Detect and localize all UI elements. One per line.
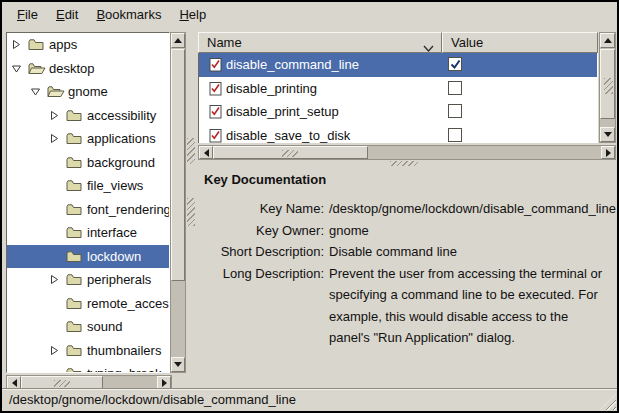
tree-item-gnome[interactable]: gnome: [7, 80, 169, 104]
key-icon: [209, 104, 226, 119]
open-folder-icon: [28, 62, 47, 75]
doc-field: Key Owner:gnome: [198, 220, 617, 242]
tree-item-thumbnailers[interactable]: thumbnailers: [7, 339, 169, 363]
tree-item-desktop[interactable]: desktop: [7, 57, 169, 81]
arrow-left-icon: [204, 149, 209, 157]
key-row-disable_print_setup[interactable]: disable_print_setup: [199, 100, 597, 124]
tree-item-lockdown[interactable]: lockdown: [7, 245, 169, 269]
closed-folder-icon: [66, 226, 85, 239]
tree-vscroll-thumb[interactable]: [171, 49, 185, 281]
expander-collapsed-icon[interactable]: [49, 274, 66, 285]
expander-expanded-icon[interactable]: [11, 63, 28, 74]
tree-item-label: desktop: [47, 61, 95, 76]
tree-item-label: background: [85, 155, 155, 170]
scroll-down-button[interactable]: [171, 357, 185, 372]
resize-grip-icon[interactable]: [600, 394, 616, 410]
open-folder-icon: [47, 85, 66, 98]
tree-item-label: file_views: [85, 178, 143, 193]
doc-field-label: Short Description:: [198, 241, 324, 263]
tree-item-label: typing_break: [85, 366, 161, 373]
scroll-up-button[interactable]: [600, 33, 615, 48]
closed-folder-icon: [66, 297, 85, 310]
horizontal-paned-handle[interactable]: [198, 160, 617, 167]
paned-grip: [187, 198, 195, 226]
menu-item-file[interactable]: File: [8, 2, 47, 28]
menu-item-bookmarks[interactable]: Bookmarks: [87, 2, 170, 28]
value-checkbox-unchecked[interactable]: [448, 128, 462, 142]
doc-field-label: Key Owner:: [198, 220, 324, 242]
statusbar: /desktop/gnome/lockdown/disable_command_…: [2, 388, 617, 411]
thumb-grip: [604, 78, 613, 94]
value-checkbox-unchecked[interactable]: [448, 104, 462, 118]
expander-collapsed-icon[interactable]: [11, 39, 28, 50]
column-header-name[interactable]: Name: [198, 32, 442, 53]
menubar: FileEditBookmarksHelp: [2, 2, 617, 29]
tree-item-accessibility[interactable]: accessibility: [7, 104, 169, 128]
tree-item-sound[interactable]: sound: [7, 315, 169, 339]
arrow-left-icon: [12, 379, 17, 387]
list-vscroll-thumb[interactable]: [600, 49, 615, 119]
tree-item-label: lockdown: [85, 249, 141, 264]
key-name-label: disable_save_to_disk: [226, 128, 350, 143]
value-checkbox-unchecked[interactable]: [448, 81, 462, 95]
scroll-up-button[interactable]: [171, 33, 185, 48]
tree-item-apps[interactable]: apps: [7, 33, 169, 57]
value-checkbox-checked[interactable]: [448, 57, 462, 71]
list-vertical-scrollbar[interactable]: [599, 32, 616, 143]
key-list: disable_command_linedisable_printingdisa…: [198, 53, 598, 143]
tree-item-label: remote_access: [85, 296, 170, 311]
doc-field-value: gnome: [329, 220, 369, 242]
doc-title: Key Documentation: [198, 167, 617, 187]
tree-item-background[interactable]: background: [7, 151, 169, 175]
scroll-right-button[interactable]: [601, 146, 615, 159]
tree-item-label: thumbnailers: [85, 343, 161, 358]
tree-item-interface[interactable]: interface: [7, 221, 169, 245]
key-row-disable_printing[interactable]: disable_printing: [199, 77, 597, 101]
menu-item-help[interactable]: Help: [170, 2, 215, 28]
closed-folder-icon: [66, 344, 85, 357]
column-header-label: Name: [207, 35, 242, 50]
key-icon: [209, 128, 226, 143]
key-row-disable_save_to_disk[interactable]: disable_save_to_disk: [199, 124, 597, 144]
closed-folder-icon: [66, 203, 85, 216]
expander-collapsed-icon[interactable]: [49, 345, 66, 356]
arrow-right-icon: [162, 379, 167, 387]
expander-collapsed-icon[interactable]: [49, 133, 66, 144]
closed-folder-icon: [66, 250, 85, 263]
tree-item-label: gnome: [66, 84, 108, 99]
arrow-down-icon: [604, 132, 612, 137]
doc-field: Long Description:Prevent the user from a…: [198, 263, 617, 349]
tree-item-peripherals[interactable]: peripherals: [7, 268, 169, 292]
scroll-down-button[interactable]: [600, 127, 615, 142]
tree-vertical-scrollbar[interactable]: [170, 32, 186, 373]
thumb-grip: [54, 380, 70, 387]
key-icon: [209, 57, 226, 72]
key-row-disable_command_line[interactable]: disable_command_line: [199, 53, 597, 77]
menu-item-edit[interactable]: Edit: [47, 2, 87, 28]
expander-expanded-icon[interactable]: [30, 86, 47, 97]
vertical-paned-handle[interactable]: [186, 32, 198, 390]
tree-item-applications[interactable]: applications: [7, 127, 169, 151]
scroll-left-button[interactable]: [199, 146, 213, 159]
folder-tree: appsdesktopgnomeaccessibilityapplication…: [6, 32, 170, 373]
tree-item-typing_break[interactable]: typing_break: [7, 362, 169, 373]
tree-item-label: interface: [85, 225, 137, 240]
tree-item-file_views[interactable]: file_views: [7, 174, 169, 198]
doc-field-label: Long Description:: [198, 263, 324, 349]
tree-item-font_rendering[interactable]: font_rendering: [7, 198, 169, 222]
closed-folder-icon: [66, 273, 85, 286]
arrow-down-icon: [174, 362, 182, 367]
column-header-value[interactable]: Value: [442, 32, 598, 53]
tree-item-remote_access[interactable]: remote_access: [7, 292, 169, 316]
doc-field-value: /desktop/gnome/lockdown/disable_command_…: [329, 198, 616, 220]
tree-item-label: font_rendering: [85, 202, 170, 217]
statusbar-text: /desktop/gnome/lockdown/disable_command_…: [9, 392, 296, 407]
arrow-right-icon: [606, 149, 611, 157]
doc-field-value: Disable command line: [329, 241, 457, 263]
paned-grip: [187, 138, 195, 164]
list-horizontal-scrollbar[interactable]: [198, 145, 616, 160]
list-hscroll-thumb[interactable]: [213, 146, 368, 159]
key-name-label: disable_print_setup: [226, 104, 339, 119]
closed-folder-icon: [66, 367, 85, 373]
expander-collapsed-icon[interactable]: [49, 110, 66, 121]
